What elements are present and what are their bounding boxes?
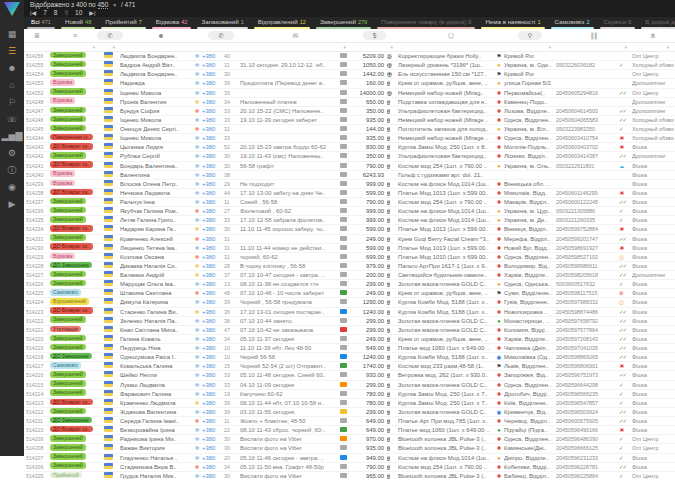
tracking-number[interactable]: 20450599201747 — [556, 235, 619, 243]
tracking-number[interactable]: 20450596566235 — [556, 390, 619, 398]
phone-prefix[interactable]: +380 — [202, 463, 224, 471]
phone-prefix[interactable]: +380 — [202, 171, 224, 179]
calls[interactable]: ☏ — [0, 111, 24, 128]
status-tab[interactable]: Запакований1 — [194, 17, 250, 27]
table-row[interactable]: 514216 Завершений⊙ Шейко Нелли ✻ +380 33… — [24, 371, 675, 380]
phone-prefix[interactable]: +380 — [202, 253, 224, 261]
monitor[interactable]: ◉ — [0, 179, 24, 196]
tracking-number[interactable]: 20450596486390 — [556, 435, 619, 443]
phone-prefix[interactable]: +380 — [202, 79, 224, 87]
table-row[interactable]: 514246 Завершений⊙ Іщенко Микола ✻ +380 … — [24, 116, 675, 125]
status-tab[interactable]: Повернення товару (в дорозі)0 — [374, 17, 478, 27]
last-page-icon[interactable]: ▶| — [89, 9, 95, 17]
tracking-number[interactable]: 20450596231233 — [556, 454, 619, 462]
tracking-number[interactable]: 20450598986611 — [556, 262, 619, 270]
apps-grid[interactable]: ▦ — [0, 26, 24, 43]
tracking-number[interactable]: 20450597041035 — [556, 344, 619, 352]
table-row[interactable]: 514227 Завершений⊙ Баланюк Андрій ✻ +380… — [24, 271, 675, 280]
table-row[interactable]: 514237 Завершений⊙ Ральчук Інна ✻ +380 1… — [24, 198, 675, 207]
table-row[interactable]: 514236 Завершений⊙ Якубчак Галина Ром.. … — [24, 207, 675, 216]
phone-prefix[interactable]: +380 — [202, 52, 224, 60]
tracking-number[interactable]: 20450603410754 — [556, 134, 619, 142]
table-row[interactable]: 514243 ДО Возврат ск..⊙ Цыганюк Лидия ✻ … — [24, 143, 675, 152]
phone-prefix[interactable]: +380 — [202, 152, 224, 160]
tracking-number[interactable]: 20450596225864 — [556, 472, 619, 480]
phone-prefix[interactable]: +380 — [202, 426, 224, 434]
table-row[interactable]: 514254 Завершений⊙ Людмила Бондарен.. ✻ … — [24, 70, 675, 79]
video[interactable]: ▶ — [0, 196, 24, 213]
phone-prefix[interactable]: +380 — [202, 317, 224, 325]
status-tab[interactable]: Новий48 — [58, 17, 98, 27]
table-row[interactable]: 514240 Відмова⊙ Валентина ✻ +380 38 6243… — [24, 171, 675, 180]
warehouse[interactable]: ⌂ — [0, 77, 24, 94]
info[interactable]: ⓘ — [0, 162, 24, 179]
table-row[interactable]: 514207 Завершений⊙ Гладченко Наталья .. … — [24, 454, 675, 463]
status-tab[interactable]: Самовивіз2 — [548, 17, 597, 27]
table-row[interactable]: 514224 Відправлений⊙ Димула Катерина ✻ +… — [24, 298, 675, 307]
phone-prefix[interactable]: +380 — [202, 216, 224, 224]
page-number[interactable]: 8 — [54, 9, 58, 17]
table-row[interactable]: 514220 Завершений⊙ Галина Коваль ✻ +380 … — [24, 335, 675, 344]
phone-prefix[interactable]: +380 — [202, 308, 224, 316]
filter-client[interactable] — [120, 43, 202, 51]
filter-status[interactable]: ▼ — [50, 43, 100, 51]
first-page-icon[interactable]: |◀ — [30, 9, 36, 17]
phone-prefix[interactable]: +380 — [202, 362, 224, 370]
phone-prefix[interactable]: +380 — [202, 353, 224, 361]
phone-prefix[interactable]: +380 — [202, 454, 224, 462]
filter-ttn[interactable]: ▼ — [556, 43, 632, 51]
page-number[interactable]: 10 — [75, 9, 82, 17]
table-row[interactable]: 514221 Утилізація⊙ Кнап Світлана Миха.. … — [24, 326, 675, 335]
table-row[interactable]: 514213 ДО Возврат ск..⊙ Кравченко Людмил… — [24, 399, 675, 408]
table-row[interactable]: 514222 Завершений⊙ Зеленко Наталія Па.. … — [24, 317, 675, 326]
table-row[interactable]: 514211 ДО Завершено⊙ Середа Галина Івані… — [24, 417, 675, 426]
phone-prefix[interactable]: +380 — [202, 235, 224, 243]
phone-prefix[interactable]: +380 — [202, 408, 224, 416]
table-row[interactable]: 514253 Відмова⊙ Надежда ✻ +380 39 Предоп… — [24, 79, 675, 88]
phone-prefix[interactable]: +380 — [202, 326, 224, 334]
table-row[interactable]: 514225 Самовивіз⊙ Штакина Светлана ✻ +38… — [24, 289, 675, 298]
col-id-icon[interactable]: ≣ — [24, 29, 50, 42]
phone-prefix[interactable]: +380 — [202, 289, 224, 297]
col-channel-icon[interactable]: ✆ — [100, 29, 120, 42]
table-row[interactable]: 514212 Завершений⊙ Жданова Валентина ✻ +… — [24, 408, 675, 417]
table-row[interactable]: 514223 ДО Возврат ск..⊙ Стасенко Галина … — [24, 308, 675, 317]
status-tab[interactable]: Нема в наявності1 — [478, 17, 547, 27]
tracking-number[interactable]: 20450596490166 — [556, 426, 619, 434]
table-row[interactable]: 514256 Завершений⊙ Людмила Бондарен.. ✻ … — [24, 52, 675, 61]
tracking-number[interactable]: 0503222911801 — [556, 162, 619, 170]
table-row[interactable]: 514214 Завершений⊙ Фаранович Галина ✻ +3… — [24, 390, 675, 399]
tracking-number[interactable]: 20450598205618 — [556, 271, 619, 279]
table-row[interactable]: 514248 Відмова⊙ Пронів Валентин ✻ +380 3… — [24, 98, 675, 107]
table-row[interactable]: 514255 Завершений⊙ Бадров Андрій Вікт.. … — [24, 61, 675, 70]
phone-prefix[interactable]: +380 — [202, 162, 224, 170]
phone-prefix[interactable]: +380 — [202, 180, 224, 188]
filter-payment[interactable]: ▼ — [351, 43, 398, 51]
phone-prefix[interactable]: +380 — [202, 435, 224, 443]
phone-prefix[interactable]: +380 — [202, 61, 224, 69]
tracking-number[interactable]: 20450600122245 — [556, 198, 619, 206]
tracking-number[interactable]: 20450598117515 — [556, 289, 619, 297]
table-row[interactable]: 514242 Завершений⊙ Рублюк Сергій ✻ +380 … — [24, 152, 675, 161]
marketing[interactable]: ⚐ — [0, 94, 24, 111]
phone-prefix[interactable]: +380 — [202, 390, 224, 398]
table-row[interactable]: 514229 Відмова⊙ Козлова Оксана ✻ +380 31… — [24, 253, 675, 262]
phone-prefix[interactable]: +380 — [202, 472, 224, 480]
tracking-number[interactable]: 20450596806901 — [556, 362, 619, 370]
tracking-number[interactable]: 0503223983350 — [556, 125, 619, 133]
filter-comment[interactable]: ▼ — [240, 43, 351, 51]
table-row[interactable]: 514218 ДО Завершено⊙ Односумова Раіса І.… — [24, 353, 675, 362]
status-tab[interactable]: Всі471 — [24, 17, 58, 27]
tracking-number[interactable]: 20450604614500 — [556, 107, 619, 115]
col-tag-icon[interactable]: ⋔ — [632, 29, 674, 42]
range-value[interactable]: 450 — [98, 1, 109, 9]
filter-id[interactable] — [24, 43, 50, 51]
table-row[interactable]: 514247 Завершений⊙ Бундук София ✻ +380 3… — [24, 107, 675, 116]
phone-prefix[interactable]: +380 — [202, 189, 224, 197]
phone-prefix[interactable]: +380 — [202, 98, 224, 106]
table-row[interactable]: 514215 Завершений⊙ Лукаш Людмила ✻ +380 … — [24, 381, 675, 390]
phone-prefix[interactable]: +380 — [202, 262, 224, 270]
col-client-icon[interactable]: ☻ — [120, 29, 202, 42]
table-row[interactable]: 514205 Прийнятий⊙ Грудок Наталія Мик.. ✻… — [24, 472, 675, 480]
table-row[interactable]: 514245 Завершений⊙ Онищук Денис Сергі.. … — [24, 125, 675, 134]
